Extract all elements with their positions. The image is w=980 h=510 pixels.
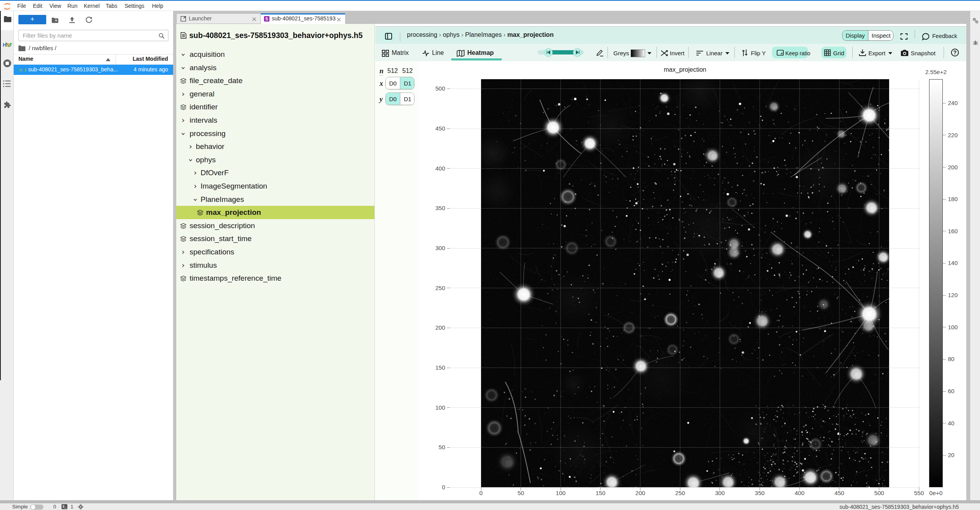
svg-text:F: F <box>25 68 27 73</box>
svg-text:F: F <box>9 42 12 48</box>
